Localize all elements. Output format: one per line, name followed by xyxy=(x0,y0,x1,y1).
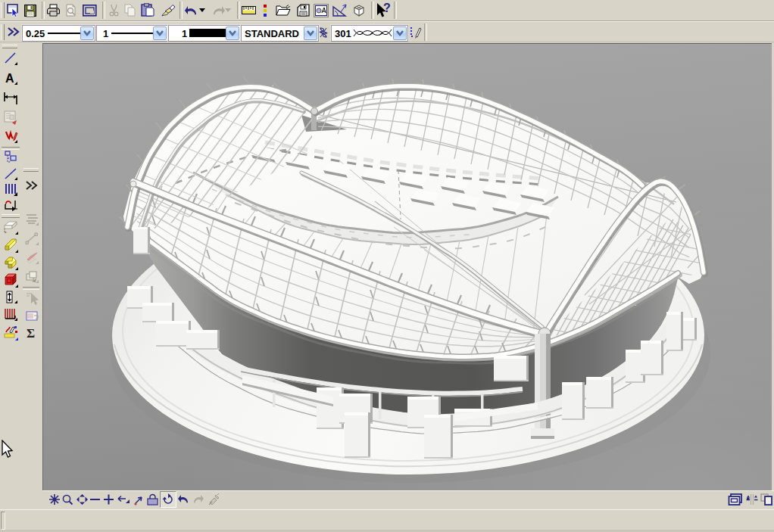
svg-text:?: ? xyxy=(383,2,391,14)
svg-text:Σ: Σ xyxy=(27,326,35,341)
svg-text:A: A xyxy=(5,72,14,85)
